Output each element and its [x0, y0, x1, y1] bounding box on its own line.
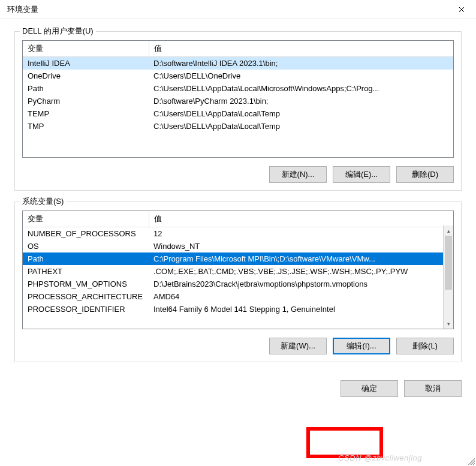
- system-edit-button[interactable]: 编辑(I)...: [333, 338, 390, 354]
- cell-value: .COM;.EXE;.BAT;.CMD;.VBS;.VBE;.JS;.JSE;.…: [149, 265, 443, 278]
- cell-variable: Path: [23, 252, 149, 265]
- cell-value: C:\Users\DELL\AppData\Local\Temp: [149, 120, 453, 133]
- cell-variable: PROCESSOR_ARCHITECTURE: [23, 290, 149, 303]
- table-row[interactable]: OSWindows_NT: [23, 240, 443, 252]
- user-col-variable[interactable]: 变量: [23, 41, 149, 57]
- table-row[interactable]: TEMPC:\Users\DELL\AppData\Local\Temp: [23, 107, 453, 120]
- system-new-button[interactable]: 新建(W)...: [269, 338, 327, 354]
- cell-variable: OneDrive: [23, 70, 149, 82]
- cell-variable: PyCharm: [23, 95, 149, 107]
- table-row[interactable]: NUMBER_OF_PROCESSORS12: [23, 227, 443, 240]
- table-row[interactable]: PATHEXT.COM;.EXE;.BAT;.CMD;.VBS;.VBE;.JS…: [23, 265, 443, 278]
- cell-value: AMD64: [149, 290, 443, 303]
- cell-value: C:\Users\DELL\OneDrive: [149, 70, 453, 82]
- user-variables-table-wrap: 变量 值 IntelliJ IDEAD:\software\IntelliJ I…: [22, 40, 454, 158]
- dialog-buttons-row: 确定 取消: [0, 380, 476, 397]
- table-row[interactable]: OneDriveC:\Users\DELL\OneDrive: [23, 70, 453, 82]
- sys-col-value[interactable]: 值: [149, 211, 443, 227]
- scroll-thumb[interactable]: [445, 236, 452, 290]
- window-title: 环境变量: [7, 4, 450, 15]
- table-row[interactable]: PathC:\Users\DELL\AppData\Local\Microsof…: [23, 82, 453, 95]
- user-new-button[interactable]: 新建(N)...: [269, 166, 327, 183]
- user-variables-legend: DELL 的用户变量(U): [20, 26, 96, 37]
- cell-value: Intel64 Family 6 Model 141 Stepping 1, G…: [149, 303, 443, 315]
- titlebar: 环境变量: [0, 0, 476, 19]
- cell-value: C:\Program Files\Microsoft MPI\Bin\;D:\s…: [149, 252, 443, 265]
- cell-variable: Path: [23, 82, 149, 95]
- system-variables-table[interactable]: 变量 值 NUMBER_OF_PROCESSORS12OSWindows_NTP…: [23, 211, 443, 315]
- scroll-up-icon[interactable]: ▴: [444, 226, 454, 236]
- table-row[interactable]: PyCharmD:\software\PyCharm 2023.1\bin;: [23, 95, 453, 107]
- table-row[interactable]: TMPC:\Users\DELL\AppData\Local\Temp: [23, 120, 453, 133]
- table-row[interactable]: PHPSTORM_VM_OPTIONSD:\JetBrains2023\Crac…: [23, 278, 443, 290]
- cell-value: D:\JetBrains2023\Crack\jetbra\vmoptions\…: [149, 278, 443, 290]
- user-col-value[interactable]: 值: [149, 41, 453, 57]
- system-variables-legend: 系统变量(S): [20, 196, 66, 207]
- sys-col-variable[interactable]: 变量: [23, 211, 149, 227]
- user-delete-button[interactable]: 删除(D): [396, 166, 454, 183]
- table-row[interactable]: PROCESSOR_IDENTIFIERIntel64 Family 6 Mod…: [23, 303, 443, 315]
- table-row[interactable]: IntelliJ IDEAD:\software\IntelliJ IDEA 2…: [23, 57, 453, 70]
- cell-variable: NUMBER_OF_PROCESSORS: [23, 227, 149, 240]
- cell-value: C:\Users\DELL\AppData\Local\Temp: [149, 107, 453, 120]
- user-buttons-row: 新建(N)... 编辑(E)... 删除(D): [22, 166, 454, 183]
- cell-value: D:\software\PyCharm 2023.1\bin;: [149, 95, 453, 107]
- user-edit-button[interactable]: 编辑(E)...: [333, 166, 390, 183]
- table-row[interactable]: PathC:\Program Files\Microsoft MPI\Bin\;…: [23, 252, 443, 265]
- cell-value: D:\software\IntelliJ IDEA 2023.1\bin;: [149, 57, 453, 70]
- dialog-content: DELL 的用户变量(U) 变量 值 IntelliJ IDEAD:\softw…: [0, 19, 476, 378]
- system-delete-button[interactable]: 删除(L): [396, 338, 454, 354]
- system-variables-table-wrap: 变量 值 NUMBER_OF_PROCESSORS12OSWindows_NTP…: [22, 211, 454, 329]
- cell-variable: TMP: [23, 120, 149, 133]
- ok-button[interactable]: 确定: [341, 380, 398, 397]
- cell-value: 12: [149, 227, 443, 240]
- user-variables-table[interactable]: 变量 值 IntelliJ IDEAD:\software\IntelliJ I…: [23, 41, 453, 133]
- cell-value: C:\Users\DELL\AppData\Local\Microsoft\Wi…: [149, 82, 453, 95]
- scroll-down-icon[interactable]: ▾: [444, 318, 454, 329]
- user-variables-group: DELL 的用户变量(U) 变量 值 IntelliJ IDEAD:\softw…: [14, 31, 462, 191]
- cell-variable: PROCESSOR_IDENTIFIER: [23, 303, 149, 315]
- resize-grip-icon[interactable]: [466, 456, 475, 465]
- cell-variable: PATHEXT: [23, 265, 149, 278]
- table-row[interactable]: PROCESSOR_ARCHITECTUREAMD64: [23, 290, 443, 303]
- system-variables-group: 系统变量(S) 变量 值 NUMBER_OF_PROCESSORS12OSWin…: [14, 202, 462, 362]
- cell-variable: PHPSTORM_VM_OPTIONS: [23, 278, 149, 290]
- cancel-button[interactable]: 取消: [404, 380, 462, 397]
- close-icon: [459, 7, 465, 13]
- watermark-text: CSDN @zbvcliwenjing: [338, 453, 422, 462]
- system-table-scrollbar[interactable]: ▴ ▾: [443, 226, 453, 329]
- cell-variable: IntelliJ IDEA: [23, 57, 149, 70]
- cell-value: Windows_NT: [149, 240, 443, 252]
- close-button[interactable]: [450, 1, 474, 18]
- system-buttons-row: 新建(W)... 编辑(I)... 删除(L): [22, 338, 454, 354]
- cell-variable: OS: [23, 240, 149, 252]
- cell-variable: TEMP: [23, 107, 149, 120]
